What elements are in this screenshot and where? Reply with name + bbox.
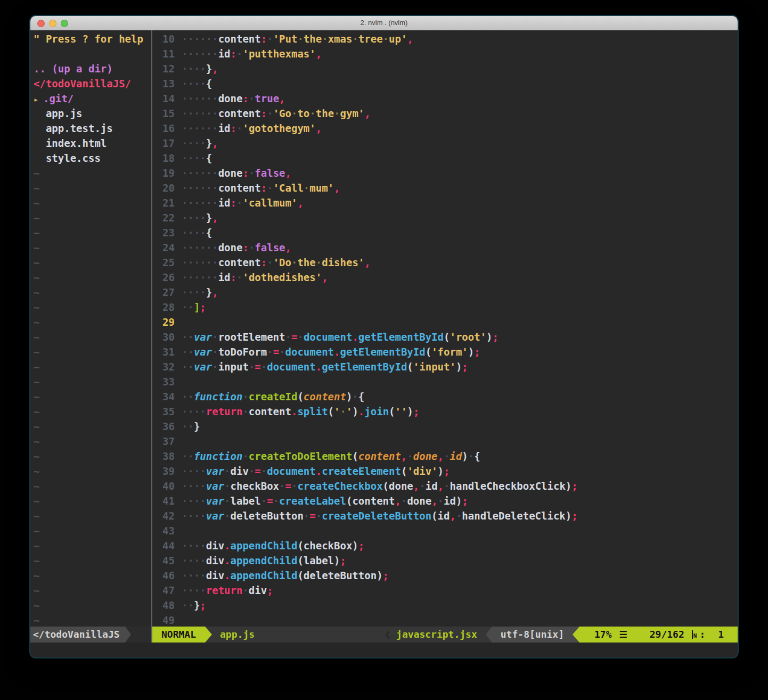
code-line[interactable]: 34··function·createId(content)·{ bbox=[152, 389, 738, 404]
code-line[interactable]: 13····{ bbox=[152, 76, 738, 91]
code-line[interactable]: 27····}, bbox=[152, 285, 738, 300]
code-line[interactable]: 45····div.appendChild(label); bbox=[152, 553, 738, 568]
zoom-button[interactable] bbox=[61, 20, 68, 27]
code-line[interactable]: 48··}; bbox=[152, 598, 738, 613]
code-line[interactable]: 18····{ bbox=[152, 151, 738, 166]
code-line[interactable]: 31··var·toDoForm·=·document.getElementBy… bbox=[152, 344, 738, 359]
code-line[interactable]: 23····{ bbox=[152, 225, 738, 240]
code-token: ( bbox=[431, 510, 437, 522]
file-style-css[interactable]: style.css bbox=[34, 151, 151, 166]
code-token: : bbox=[231, 271, 236, 283]
close-button[interactable] bbox=[37, 20, 45, 27]
code-line[interactable]: 24······done:·false, bbox=[152, 240, 738, 255]
code-line[interactable]: 14······done:·true, bbox=[152, 91, 738, 106]
code-line[interactable]: 21······id:·'callmum', bbox=[152, 195, 738, 210]
code-line[interactable]: 29 bbox=[152, 315, 738, 330]
whitespace-dots: ···· bbox=[182, 152, 206, 164]
code-line[interactable]: 25······content:·'Do·the·dishes', bbox=[152, 255, 738, 270]
code-token: 'putthexmas' bbox=[242, 48, 315, 60]
code-line[interactable]: 33 bbox=[152, 374, 738, 389]
code-line[interactable]: 37 bbox=[152, 434, 738, 449]
editor-buffer[interactable]: 10······content:·'Put·the·xmas·tree·up',… bbox=[152, 31, 738, 627]
code-line[interactable]: 16······id:·'gotothegym', bbox=[152, 121, 738, 136]
window-title: 2. nvim . (nvim) bbox=[30, 16, 738, 30]
code-token: = bbox=[291, 331, 297, 343]
code-line[interactable]: 47····return·div; bbox=[152, 583, 738, 598]
tilde-marker: ~ bbox=[34, 599, 39, 611]
whitespace-dots: ······ bbox=[182, 167, 218, 179]
code-token: . bbox=[334, 346, 340, 358]
code-line[interactable]: 46····div.appendChild(deleteButton); bbox=[152, 568, 738, 583]
code-line[interactable]: 32··var·input·=·document.getElementById(… bbox=[152, 359, 738, 374]
statusline-spacer bbox=[255, 627, 385, 643]
line-number: 35 bbox=[152, 404, 175, 419]
code-line[interactable]: 12····}, bbox=[152, 61, 738, 76]
code-line[interactable]: 15······content:·'Go·to·the·gym', bbox=[152, 106, 738, 121]
code-token: checkBox bbox=[304, 540, 353, 551]
line-number: 49 bbox=[152, 613, 175, 627]
code-line[interactable]: 20······content:·'Call·mum', bbox=[152, 180, 738, 195]
code-token: ; bbox=[358, 540, 364, 551]
file-app-test-js[interactable]: app.test.js bbox=[34, 121, 151, 136]
code-line[interactable]: 35····return·content.split('·').join('')… bbox=[152, 404, 738, 419]
code-line[interactable]: 19······done:·false, bbox=[152, 166, 738, 180]
code-line[interactable]: 26······id:·'dothedishes', bbox=[152, 270, 738, 285]
code-token: ; bbox=[340, 555, 346, 566]
code-token: ; bbox=[462, 361, 468, 373]
nerdtree-status-path: </todoVanillaJS bbox=[30, 627, 125, 643]
command-line[interactable] bbox=[30, 643, 738, 657]
code-line[interactable]: 44····div.appendChild(checkBox); bbox=[152, 538, 738, 553]
code-line[interactable]: 39····var·div·=·document.createElement('… bbox=[152, 464, 738, 479]
code-token: , bbox=[413, 480, 419, 492]
code-line[interactable]: 11······id:·'putthexmas', bbox=[152, 46, 738, 61]
code-token: ) bbox=[566, 510, 571, 522]
code-token: , bbox=[285, 167, 291, 179]
code-token: ) bbox=[486, 331, 492, 343]
title-bar[interactable]: 2. nvim . (nvim) bbox=[30, 16, 738, 30]
code-line[interactable]: 17····}, bbox=[152, 136, 738, 151]
code-line[interactable]: 28··]; bbox=[152, 300, 738, 315]
code-token: ) bbox=[377, 570, 382, 581]
line-number: 26 bbox=[152, 270, 175, 285]
code-token: 'Go bbox=[273, 108, 291, 119]
line-number-icon: N bbox=[692, 630, 697, 639]
tree-root-path[interactable]: </todoVanillaJS/ bbox=[34, 76, 151, 91]
empty-buffer-tilde: ~ bbox=[34, 359, 151, 374]
code-token: , bbox=[212, 137, 218, 149]
sidebar-path-text: </todoVanillaJS/ bbox=[34, 78, 131, 89]
dir-git[interactable]: ▸ .git/ bbox=[34, 91, 151, 106]
line-number: 11 bbox=[152, 46, 175, 61]
file-app-js[interactable]: app.js bbox=[34, 106, 151, 121]
code-token: ; bbox=[413, 406, 419, 417]
code-line[interactable]: 40····var·checkBox·=·createCheckbox(done… bbox=[152, 479, 738, 493]
code-token: ( bbox=[352, 450, 358, 462]
code-line[interactable]: 10······content:·'Put·the·xmas·tree·up', bbox=[152, 31, 738, 46]
terminal-window: 2. nvim . (nvim) " Press ? for help.. (u… bbox=[30, 16, 738, 657]
up-dir[interactable]: .. (up a dir) bbox=[34, 61, 151, 76]
file-index-html[interactable]: index.html bbox=[34, 136, 151, 151]
vertical-split[interactable] bbox=[151, 30, 152, 643]
whitespace-dots: · bbox=[297, 33, 303, 45]
code-line[interactable]: 36··} bbox=[152, 419, 738, 434]
code-token: content bbox=[249, 406, 291, 417]
code-line[interactable]: 49 bbox=[152, 613, 738, 627]
code-line[interactable]: 30··var·rootElement·=·document.getElemen… bbox=[152, 330, 738, 344]
whitespace-dots: · bbox=[224, 495, 230, 507]
code-token: deleteButton bbox=[304, 570, 377, 581]
code-line[interactable]: 41····var·label·=·createLabel(content,·d… bbox=[152, 493, 738, 508]
code-line[interactable]: 38··function·createToDoElement(content,·… bbox=[152, 449, 738, 464]
code-token: var bbox=[194, 346, 212, 358]
code-token: 'Call bbox=[273, 182, 304, 194]
code-token: ( bbox=[297, 570, 303, 581]
code-token: ) bbox=[346, 391, 352, 402]
empty-buffer-tilde: ~ bbox=[34, 180, 151, 195]
code-line[interactable]: 42····var·deleteButton·=·createDeleteBut… bbox=[152, 508, 738, 523]
code-line[interactable]: 22····}, bbox=[152, 210, 738, 225]
code-token: createId bbox=[249, 391, 298, 402]
tilde-marker: ~ bbox=[34, 316, 39, 328]
code-line[interactable]: 43 bbox=[152, 523, 738, 538]
tilde-marker: ~ bbox=[34, 301, 39, 313]
minimize-button[interactable] bbox=[49, 20, 56, 27]
tilde-marker: ~ bbox=[34, 197, 39, 209]
whitespace-dots: ······ bbox=[182, 197, 218, 209]
